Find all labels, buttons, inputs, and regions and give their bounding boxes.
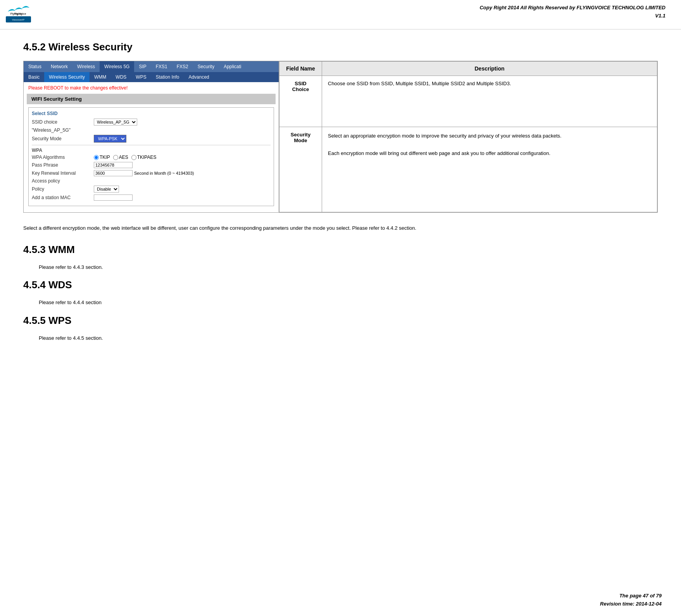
pass-phrase-row: Pass Phrase (32, 162, 271, 168)
radio-tkipaes[interactable]: TKIPAES (131, 155, 157, 160)
add-station-mac-row: Add a station MAC (32, 194, 271, 201)
field-desc-ssid: Choose one SSID from SSID, Multiple SSID… (322, 76, 657, 127)
subnav-basic[interactable]: Basic (24, 72, 44, 82)
subnav-advanced[interactable]: Advanced (184, 72, 214, 82)
header-copyright: Copy Right 2014 All Rights Reserved by F… (479, 4, 665, 20)
logo: VoiceoverIP Flying Flying Voice (4, 4, 33, 25)
table-row-security-mode: SecurityMode Select an appropriate encry… (279, 127, 657, 212)
section-455: 4.5.5 WPS Please refer to 4.4.5 section. (23, 315, 658, 342)
nav-wireless[interactable]: Wireless (72, 61, 100, 72)
nav-fxs2[interactable]: FXS2 (172, 61, 193, 72)
ssid-choice-label: SSID choice (32, 119, 94, 125)
nav-wireless5g[interactable]: Wireless 5G (100, 61, 134, 72)
subnav-wireless-security[interactable]: Wireless Security (44, 72, 90, 82)
field-name-security-mode: SecurityMode (279, 127, 322, 212)
radio-aes-input[interactable] (113, 155, 118, 160)
radio-tkipaes-label: TKIPAES (137, 155, 157, 160)
ssid-choice-select[interactable]: Wireless_AP_5G (94, 119, 137, 126)
nav-network[interactable]: Network (46, 61, 72, 72)
subnav-station-info[interactable]: Station Info (151, 72, 184, 82)
nav-sip[interactable]: SIP (134, 61, 151, 72)
nav-fxs1[interactable]: FXS1 (151, 61, 172, 72)
policy-row: Policy Disable (32, 186, 271, 193)
section-454: 4.5.4 WDS Please refer to 4.4.4 section (23, 279, 658, 307)
pass-phrase-label: Pass Phrase (32, 162, 94, 168)
subnav-wps[interactable]: WPS (131, 72, 151, 82)
pass-phrase-input[interactable] (94, 162, 133, 168)
radio-tkip-input[interactable] (94, 155, 99, 160)
security-mode-row: Security Mode WPA-PSK (32, 135, 271, 143)
access-policy-row: Access policy (32, 178, 271, 184)
wpa-algorithms-label: WPA Algorithms (32, 155, 94, 160)
col-header-field: Field Name (279, 62, 322, 76)
reboot-message: Please REBOOT to make the changes effect… (24, 82, 279, 94)
add-station-mac-label: Add a station MAC (32, 195, 94, 200)
subnav-wmm[interactable]: WMM (90, 72, 111, 82)
key-renewal-hint: Second in Month (0 ~ 4194303) (134, 171, 194, 176)
radio-tkip-label: TKIP (100, 155, 110, 160)
section-455-title: 4.5.5 WPS (23, 315, 658, 327)
sub-nav-bar: Basic Wireless Security WMM WDS WPS Stat… (24, 72, 279, 82)
select-ssid-title: Select SSID (32, 111, 271, 116)
nav-status[interactable]: Status (24, 61, 46, 72)
footer-page-info: The page 47 of 79 (600, 592, 662, 600)
nav-applicati[interactable]: Applicati (219, 61, 246, 72)
table-row-ssid: SSIDChoice Choose one SSID from SSID, Mu… (279, 76, 657, 127)
field-table: Field Name Description SSIDChoice Choose… (279, 61, 657, 212)
subnav-wds[interactable]: WDS (111, 72, 131, 82)
wifi-section-header: WIFI Security Setting (27, 94, 276, 104)
select-ssid-box: Select SSID SSID choice Wireless_AP_5G "… (28, 107, 274, 206)
key-renewal-label: Key Renewal Interval (32, 170, 94, 176)
nav-security[interactable]: Security (193, 61, 219, 72)
note-text: Select a different encryption mode, the … (23, 224, 658, 232)
section-main-title: 4.5.2 Wireless Security (23, 41, 658, 53)
field-desc-security-mode: Select an appropriate encryption mode to… (322, 127, 657, 212)
ssid-choice-row: SSID choice Wireless_AP_5G (32, 119, 271, 126)
wireless-ap-label-row: "Wireless_AP_5G" (32, 127, 271, 133)
key-renewal-row: Key Renewal Interval Second in Month (0 … (32, 170, 271, 176)
section-453-body: Please refer to 4.4.3 section. (23, 263, 658, 272)
radio-tkipaes-input[interactable] (131, 155, 136, 160)
section-455-body: Please refer to 4.4.5 section. (23, 334, 658, 342)
page-footer: The page 47 of 79 Revision time: 2014-12… (600, 592, 662, 608)
svg-text:VoiceoverIP: VoiceoverIP (12, 19, 24, 21)
content-area: Status Network Wireless Wireless 5G SIP … (23, 61, 658, 213)
col-header-desc: Description (322, 62, 657, 76)
page-header: VoiceoverIP Flying Flying Voice Copy Rig… (0, 0, 681, 29)
section-453: 4.5.3 WMM Please refer to 4.4.3 section. (23, 244, 658, 272)
field-name-ssid: SSIDChoice (279, 76, 322, 127)
radio-aes-label: AES (119, 155, 128, 160)
section-454-title: 4.5.4 WDS (23, 279, 658, 291)
wireless-ap-label: "Wireless_AP_5G" (32, 127, 94, 133)
security-mode-select[interactable]: WPA-PSK (94, 135, 126, 143)
form-area: Select SSID SSID choice Wireless_AP_5G "… (24, 104, 279, 212)
divider1 (32, 145, 271, 145)
policy-label: Policy (32, 186, 94, 192)
section-453-title: 4.5.3 WMM (23, 244, 658, 256)
add-station-mac-input[interactable] (94, 194, 133, 201)
radio-aes[interactable]: AES (113, 155, 128, 160)
main-content: 4.5.2 Wireless Security Status Network W… (0, 29, 681, 362)
wpa-label: WPA (32, 148, 271, 153)
access-policy-label: Access policy (32, 178, 94, 184)
key-renewal-input[interactable] (94, 170, 133, 176)
wpa-algorithms-row: WPA Algorithms TKIP AES TKIPAES (32, 155, 271, 160)
description-table: Field Name Description SSIDChoice Choose… (279, 61, 658, 213)
footer-revision: Revision time: 2014-12-04 (600, 600, 662, 608)
policy-select[interactable]: Disable (94, 186, 119, 193)
security-mode-label: Security Mode (32, 136, 94, 141)
section-454-body: Please refer to 4.4.4 section (23, 299, 658, 307)
svg-text:Flying Voice: Flying Voice (10, 12, 26, 15)
nav-bar: Status Network Wireless Wireless 5G SIP … (24, 61, 279, 72)
radio-tkip[interactable]: TKIP (94, 155, 110, 160)
router-panel: Status Network Wireless Wireless 5G SIP … (23, 61, 279, 213)
wpa-algorithms-radios: TKIP AES TKIPAES (94, 155, 156, 160)
